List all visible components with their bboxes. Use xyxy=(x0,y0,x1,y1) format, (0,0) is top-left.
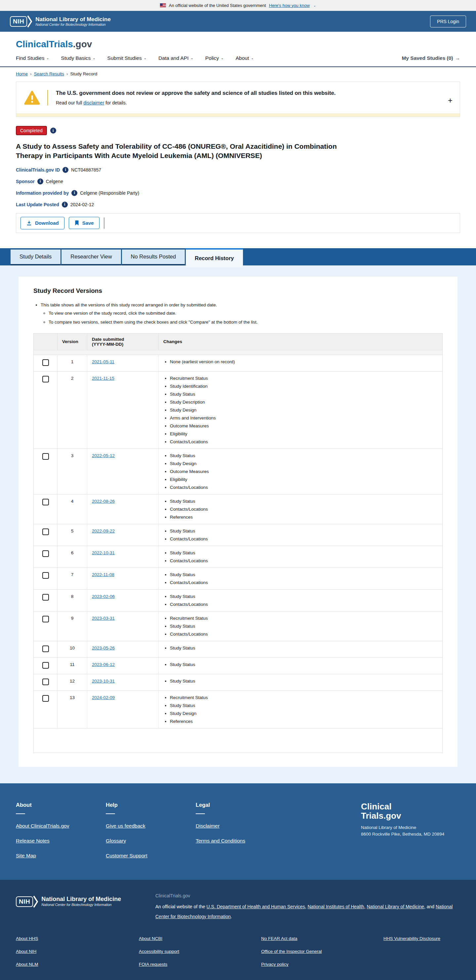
date-cell: 2022-05-12 xyxy=(87,449,159,494)
tab-no-results-posted[interactable]: No Results Posted xyxy=(122,250,185,266)
info-icon[interactable]: i xyxy=(62,167,68,173)
subfooter-link-office-of-the-inspector-general[interactable]: Office of the Inspector General xyxy=(261,949,384,954)
meta-row-information-provided-by: Information provided byiCelgene (Respons… xyxy=(16,190,460,196)
version-checkbox[interactable] xyxy=(42,679,49,685)
my-saved-studies-link[interactable]: My Saved Studies (0)→ xyxy=(402,55,460,61)
changes-cell: Study Status xyxy=(159,674,443,690)
table-row: 122023-10-31Study Status xyxy=(34,674,443,690)
official-link-national-institutes-of-health[interactable]: National Institutes of Health xyxy=(307,904,364,909)
nav-item-data-and-api[interactable]: Data and API⌄ xyxy=(158,55,193,61)
date-link[interactable]: 2023-03-31 xyxy=(92,616,115,621)
change-item: None (earliest version on record) xyxy=(170,359,438,364)
footer-link-give-us-feedback[interactable]: Give us feedback xyxy=(106,823,196,829)
date-link[interactable]: 2022-11-08 xyxy=(92,572,115,577)
footer-link-release-notes[interactable]: Release Notes xyxy=(16,838,106,844)
nih-header: NIH National Library of Medicine Nationa… xyxy=(0,11,476,32)
save-button[interactable]: Save xyxy=(69,217,99,229)
version-checkbox[interactable] xyxy=(42,359,49,366)
breadcrumb-search-results[interactable]: Search Results xyxy=(34,72,64,76)
subfooter-link-about-nih[interactable]: About NIH xyxy=(16,949,139,954)
date-link[interactable]: 2022-08-26 xyxy=(92,499,115,504)
changes-column-header: Changes xyxy=(159,333,443,350)
version-checkbox[interactable] xyxy=(42,695,49,702)
official-link-u-s-department-of-health-and-human-services[interactable]: U.S. Department of Health and Human Serv… xyxy=(207,904,305,909)
subfooter-link-privacy-policy[interactable]: Privacy policy xyxy=(261,962,384,967)
version-checkbox[interactable] xyxy=(42,376,49,382)
date-link[interactable]: 2022-09-22 xyxy=(92,528,115,533)
footer-column-heading: Legal xyxy=(196,802,334,808)
ncbi-subtitle: National Center for Biotechnology Inform… xyxy=(35,22,111,27)
version-cell: 4 xyxy=(57,494,87,524)
version-checkbox[interactable] xyxy=(42,646,49,652)
expand-icon[interactable]: + xyxy=(448,97,452,105)
page-title: A Study to Assess Safety and Tolerabilit… xyxy=(16,142,351,160)
subfooter-link-accessibility-support[interactable]: Accessibility support xyxy=(139,949,261,954)
date-link[interactable]: 2023-10-31 xyxy=(92,679,115,684)
subfooter-link-foia-requests[interactable]: FOIA requests xyxy=(139,962,261,967)
footer-link-glossary[interactable]: Glossary xyxy=(106,838,196,844)
nav-item-find-studies[interactable]: Find Studies⌄ xyxy=(16,55,49,61)
clinicaltrials-logo[interactable]: ClinicalTrials.gov xyxy=(16,39,92,49)
download-button[interactable]: Download xyxy=(21,217,64,229)
version-checkbox[interactable] xyxy=(42,616,49,622)
date-link[interactable]: 2022-05-12 xyxy=(92,453,115,458)
date-link[interactable]: 2022-10-31 xyxy=(92,550,115,555)
info-icon[interactable]: i xyxy=(62,202,68,208)
version-checkbox[interactable] xyxy=(42,550,49,557)
version-checkbox[interactable] xyxy=(42,594,49,601)
nav-item-study-basics[interactable]: Study Basics⌄ xyxy=(61,55,96,61)
breadcrumb-home[interactable]: Home xyxy=(16,72,28,76)
nav-item-policy[interactable]: Policy⌄ xyxy=(205,55,224,61)
date-header-line2: (YYYY-MM-DD) xyxy=(92,342,154,347)
date-link[interactable]: 2023-06-12 xyxy=(92,662,115,667)
disclaimer-link[interactable]: disclaimer xyxy=(83,100,104,105)
table-row: 12021-05-11None (earliest version on rec… xyxy=(34,355,443,371)
changes-list: Recruitment StatusStudy IdentificationSt… xyxy=(170,376,438,444)
change-item: Recruitment Status xyxy=(170,376,438,381)
date-link[interactable]: 2023-05-26 xyxy=(92,646,115,651)
subfooter-link-no-fear-act-data[interactable]: No FEAR Act data xyxy=(261,936,384,941)
change-item: Study Identification xyxy=(170,384,438,389)
version-checkbox[interactable] xyxy=(42,572,49,579)
subfooter-link-about-nlm[interactable]: About NLM xyxy=(16,962,139,967)
toolbar-divider xyxy=(104,218,105,229)
footer-link-site-map[interactable]: Site Map xyxy=(16,853,106,859)
prs-login-button[interactable]: PRS Login xyxy=(430,16,466,27)
version-checkbox[interactable] xyxy=(42,528,49,535)
footer-link-disclaimer[interactable]: Disclaimer xyxy=(196,823,334,829)
changes-list: Recruitment StatusStudy StatusContacts/L… xyxy=(170,616,438,636)
version-checkbox[interactable] xyxy=(42,453,49,460)
subfooter-link-about-ncbi[interactable]: About NCBI xyxy=(139,936,261,941)
footer-link-about-clinicaltrials-gov[interactable]: About ClinicalTrials.gov xyxy=(16,823,106,829)
version-checkbox[interactable] xyxy=(42,662,49,669)
tab-record-history[interactable]: Record History xyxy=(186,248,243,267)
how-you-know-link[interactable]: Here's how you know xyxy=(269,3,310,8)
footer-link-terms-and-conditions[interactable]: Terms and Conditions xyxy=(196,838,334,844)
subfooter-nih-lockup[interactable]: NIH National Library of Medicine Nationa… xyxy=(16,893,138,921)
date-link[interactable]: 2024-02-09 xyxy=(92,695,115,700)
info-icon[interactable]: i xyxy=(72,190,77,196)
nav-item-about[interactable]: About⌄ xyxy=(236,55,254,61)
date-link[interactable]: 2021-05-11 xyxy=(92,359,115,364)
info-icon[interactable]: i xyxy=(37,178,43,185)
nih-logo-lockup[interactable]: NIH National Library of Medicine Nationa… xyxy=(10,16,111,27)
official-link-national-library-of-medicine[interactable]: National Library of Medicine xyxy=(366,904,424,909)
info-icon[interactable]: i xyxy=(50,127,56,134)
footer-link-customer-support[interactable]: Customer Support xyxy=(106,853,196,859)
tab-study-details[interactable]: Study Details xyxy=(11,250,60,266)
subfooter-ncbi-subtitle: National Center for Biotechnology Inform… xyxy=(41,903,121,907)
changes-cell: None (earliest version on record) xyxy=(159,355,443,371)
footer-org: National Library of Medicine xyxy=(361,824,455,831)
footer-clinicaltrials-logo[interactable]: Clinical Trials.gov xyxy=(361,802,460,820)
date-link[interactable]: 2021-11-15 xyxy=(92,376,115,381)
tab-researcher-view[interactable]: Researcher View xyxy=(62,250,121,266)
subfooter-link-hhs-vulnerability-disclosure[interactable]: HHS Vulnerability Disclosure xyxy=(384,936,460,941)
subfooter-link-about-hhs[interactable]: About HHS xyxy=(16,936,139,941)
nav-item-submit-studies[interactable]: Submit Studies⌄ xyxy=(107,55,147,61)
footer-heading-underline xyxy=(16,813,25,814)
nav-item-label: About xyxy=(236,55,249,61)
table-row: 82023-02-06Study StatusContacts/Location… xyxy=(34,589,443,611)
date-link[interactable]: 2023-02-06 xyxy=(92,594,115,599)
meta-row-clinicaltrials-gov-id: ClinicalTrials.gov IDiNCT04887857 xyxy=(16,167,460,173)
version-checkbox[interactable] xyxy=(42,499,49,505)
